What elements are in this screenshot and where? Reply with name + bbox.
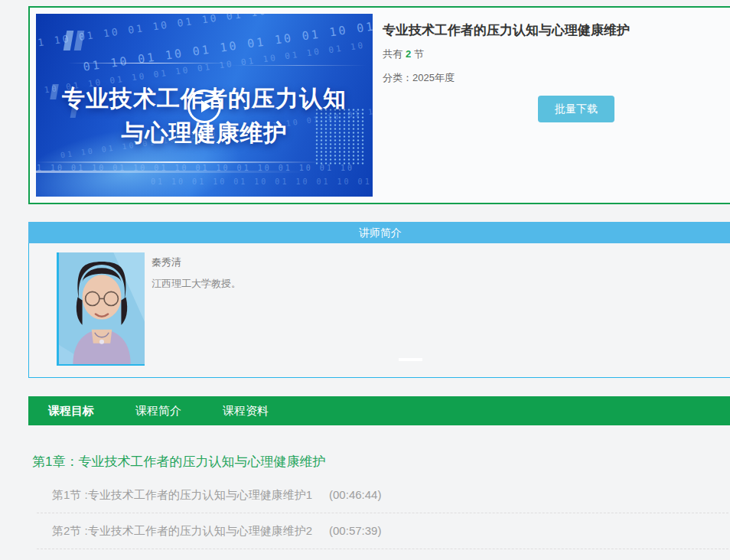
play-triangle-icon xyxy=(201,100,211,112)
lesson-title: 第1节 :专业技术工作者的压力认知与心理健康维护1 xyxy=(52,488,312,501)
instructor-section: 讲师简介 xyxy=(28,222,730,378)
course-section-count: 共有2节 xyxy=(383,47,725,61)
course-tab-bar: 课程目标 课程简介 课程资料 xyxy=(28,396,730,425)
lesson-list: 第1节 :专业技术工作者的压力认知与心理健康维护1(00:46:44) 第2节 … xyxy=(37,477,730,549)
lesson-title: 第2节 :专业技术工作者的压力认知与心理健康维护2 xyxy=(52,524,312,537)
lesson-duration: (00:46:44) xyxy=(329,488,381,501)
banner-binary-decoration: 01 10 01 10 01 10 01 10 01 10 01 10 01 1… xyxy=(151,177,373,186)
page-container: 01 10 01 10 01 10 01 10 01 10 01 01 10 0… xyxy=(28,6,730,549)
tab-course-materials[interactable]: 课程资料 xyxy=(223,404,269,418)
instructor-photo xyxy=(57,252,145,366)
instructor-bio: 江西理工大学教授。 xyxy=(152,277,241,291)
divider-handle xyxy=(399,358,422,361)
chapter-title: 第1章：专业技术工作者的压力认知与心理健康维护 xyxy=(32,453,730,470)
course-title: 专业技术工作者的压力认知与心理健康维护 xyxy=(383,21,725,39)
play-icon[interactable] xyxy=(187,90,221,123)
section-count-prefix: 共有 xyxy=(383,48,402,60)
instructor-body: 秦秀清 江西理工大学教授。 xyxy=(28,243,730,378)
instructor-portrait-graphic xyxy=(59,252,145,364)
banner-streak-decoration xyxy=(36,171,305,173)
course-card: 01 10 01 10 01 10 01 10 01 10 01 01 10 0… xyxy=(28,6,730,204)
course-banner-thumbnail[interactable]: 01 10 01 10 01 10 01 10 01 10 01 01 10 0… xyxy=(36,14,373,197)
instructor-name: 秦秀清 xyxy=(152,256,181,269)
lesson-row-1[interactable]: 第1节 :专业技术工作者的压力认知与心理健康维护1(00:46:44) xyxy=(37,477,730,513)
banner-line-decoration xyxy=(68,63,230,63)
lesson-duration: (00:57:39) xyxy=(329,524,381,537)
tab-course-intro[interactable]: 课程简介 xyxy=(135,404,181,418)
section-count-value: 2 xyxy=(406,48,411,60)
section-count-suffix: 节 xyxy=(414,48,424,60)
tab-course-goals[interactable]: 课程目标 xyxy=(48,404,94,418)
batch-download-button[interactable]: 批量下载 xyxy=(538,96,614,122)
course-info: 专业技术工作者的压力认知与心理健康维护 共有2节 分类：2025年度 批量下载 xyxy=(383,14,725,197)
banner-line-decoration xyxy=(229,65,367,66)
instructor-section-header: 讲师简介 xyxy=(28,222,730,243)
course-category: 分类：2025年度 xyxy=(383,71,725,85)
lesson-row-2[interactable]: 第2节 :专业技术工作者的压力认知与心理健康维护2(00:57:39) xyxy=(37,513,730,549)
